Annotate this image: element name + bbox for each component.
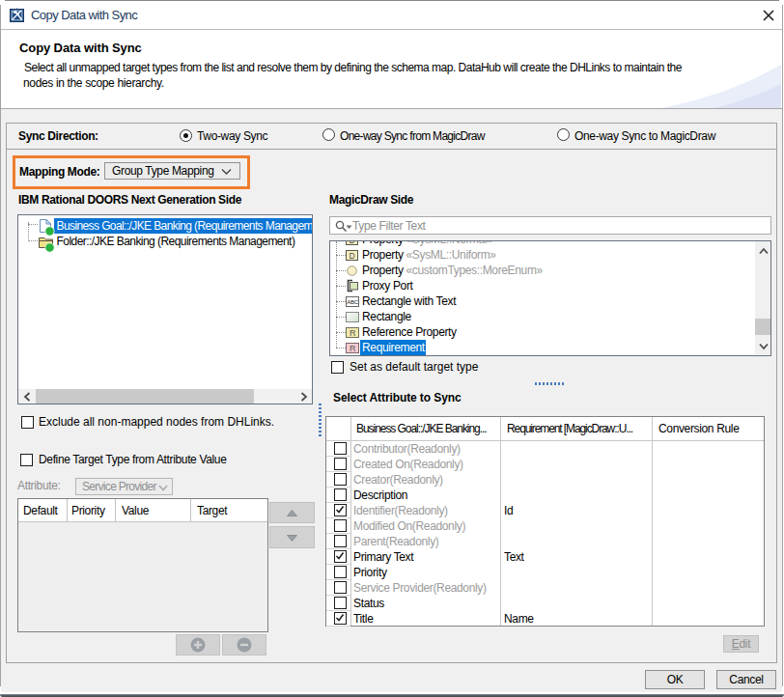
svg-text:ABC: ABC <box>347 299 358 305</box>
svg-text:D: D <box>350 240 355 245</box>
svg-text:D: D <box>350 251 355 261</box>
svg-text:R: R <box>350 344 356 353</box>
svg-text:R: R <box>350 328 356 338</box>
